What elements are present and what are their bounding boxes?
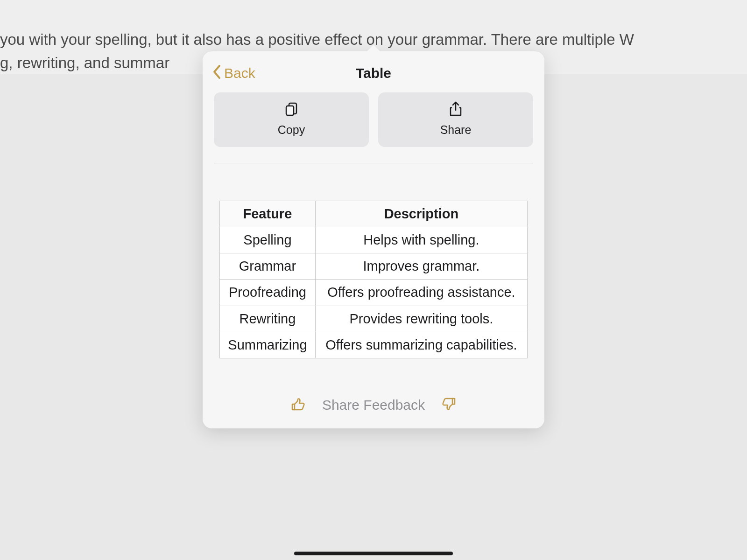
table-header-row: Feature Description [220, 201, 528, 227]
cell-description: Helps with spelling. [315, 227, 527, 253]
table-row: Summarizing Offers summarizing capabilit… [220, 332, 528, 358]
cell-feature: Grammar [220, 253, 316, 280]
share-label: Share [440, 123, 472, 137]
popover-header: Back Table [203, 51, 544, 92]
cell-feature: Summarizing [220, 332, 316, 358]
table-row: Grammar Improves grammar. [220, 253, 528, 280]
thumbs-down-button[interactable] [440, 396, 457, 414]
copy-label: Copy [278, 123, 305, 137]
copy-icon [283, 101, 300, 118]
table-container: Feature Description Spelling Helps with … [203, 163, 544, 382]
back-button[interactable]: Back [213, 64, 255, 82]
share-icon [447, 101, 464, 118]
cell-description: Offers summarizing capabilities. [315, 332, 527, 358]
table-header-description: Description [315, 201, 527, 227]
thumbs-up-icon [290, 396, 307, 414]
action-button-row: Copy Share [203, 92, 544, 147]
svg-rect-0 [286, 106, 294, 115]
share-button[interactable]: Share [378, 92, 533, 147]
table-header-feature: Feature [220, 201, 316, 227]
thumbs-down-icon [440, 396, 457, 414]
table-row: Proofreading Offers proofreading assista… [220, 280, 528, 306]
cell-feature: Proofreading [220, 280, 316, 306]
copy-button[interactable]: Copy [214, 92, 369, 147]
cell-feature: Rewriting [220, 306, 316, 332]
cell-description: Provides rewriting tools. [315, 306, 527, 332]
thumbs-up-button[interactable] [290, 396, 307, 414]
cell-description: Improves grammar. [315, 253, 527, 280]
back-label: Back [224, 65, 255, 81]
popover-title: Table [356, 65, 391, 81]
features-table: Feature Description Spelling Helps with … [219, 201, 528, 358]
feedback-label: Share Feedback [322, 397, 425, 413]
table-popover: Back Table Copy Share [203, 51, 544, 428]
table-row: Rewriting Provides rewriting tools. [220, 306, 528, 332]
chevron-left-icon [213, 64, 221, 82]
cell-feature: Spelling [220, 227, 316, 253]
home-indicator[interactable] [294, 552, 453, 555]
table-row: Spelling Helps with spelling. [220, 227, 528, 253]
feedback-row: Share Feedback [203, 382, 544, 419]
cell-description: Offers proofreading assistance. [315, 280, 527, 306]
